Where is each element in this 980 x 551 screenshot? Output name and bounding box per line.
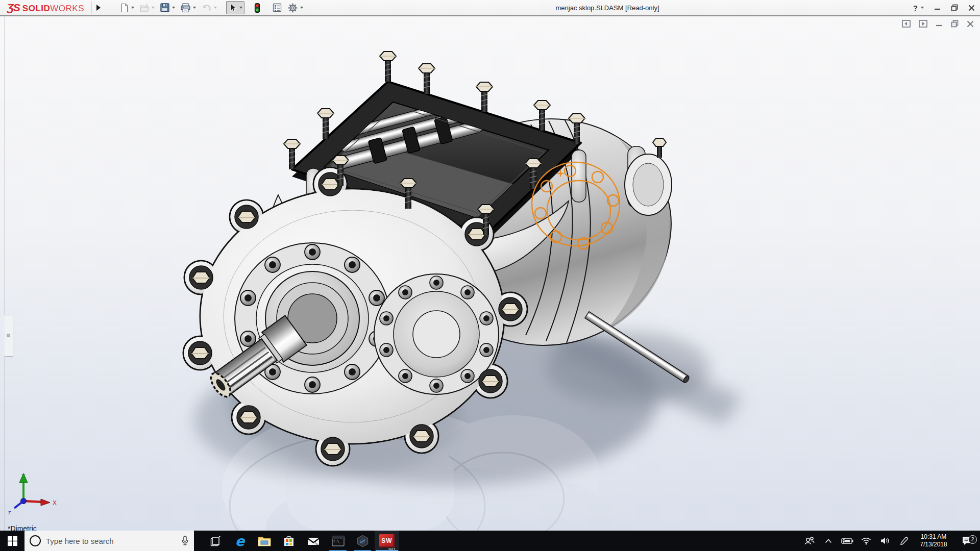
dock-pane-left-button[interactable]: [902, 20, 911, 28]
restore-icon: [951, 4, 958, 11]
cortana-icon[interactable]: [30, 535, 41, 546]
people-icon[interactable]: [802, 531, 817, 551]
tray-overflow-chevron-icon[interactable]: [821, 531, 836, 551]
open-folder-icon: [139, 3, 150, 13]
windows-logo-icon: [8, 536, 17, 546]
triad-y-label: Y: [21, 473, 26, 480]
cursor-arrow-icon: [228, 3, 237, 13]
windows-taskbar: e: [0, 531, 980, 551]
cmd-prompt-text: C:\_: [333, 539, 341, 543]
doc-minimize-icon: [936, 20, 943, 28]
new-document-button[interactable]: [117, 1, 136, 14]
printer-icon: [180, 3, 191, 13]
file-explorer-button[interactable]: [252, 531, 277, 551]
title-bar: ƷS SOLID WORKS: [0, 0, 980, 16]
doc-restore-button[interactable]: [951, 20, 959, 28]
undo-arrow-icon: [201, 3, 212, 13]
dock-pane-left-icon: [902, 20, 911, 28]
select-tool-button[interactable]: [226, 1, 244, 14]
mail-button[interactable]: [301, 531, 326, 551]
logo-text-works: WORKS: [50, 4, 84, 14]
doc-restore-icon: [951, 20, 959, 28]
model-canvas[interactable]: [0, 16, 980, 531]
start-button[interactable]: [0, 531, 24, 551]
properties-list-icon: [272, 3, 282, 13]
minimize-icon: [934, 5, 941, 11]
taskbar-empty-space: [399, 531, 802, 551]
doc-minimize-button[interactable]: [936, 20, 943, 28]
edge-icon: e: [235, 534, 244, 548]
hexagon-app-icon: [356, 535, 369, 547]
microsoft-store-button[interactable]: [277, 531, 301, 551]
logo-text-solid: SOLID: [22, 4, 50, 14]
traffic-light-icon: [254, 3, 261, 13]
help-label: ?: [913, 4, 918, 12]
save-floppy-icon: [160, 3, 170, 13]
volume-icon[interactable]: [877, 531, 893, 551]
triad-x-label: X: [53, 499, 57, 507]
3ds-logo-mark: ƷS: [7, 2, 20, 14]
restore-button[interactable]: [951, 4, 958, 11]
close-icon: [968, 5, 975, 11]
solidworks-app-icon: SW 2017: [379, 534, 395, 547]
taskbar-search[interactable]: [24, 531, 194, 551]
minimize-button[interactable]: [934, 5, 941, 11]
taskbar-clock[interactable]: 10:31 AM 7/13/2018: [915, 533, 952, 548]
document-window-controls: [902, 20, 974, 28]
microphone-icon[interactable]: [181, 536, 189, 546]
feature-tree-splitter-line: [5, 16, 5, 531]
help-dropdown-caret[interactable]: [921, 7, 924, 9]
notification-badge: 2: [968, 535, 977, 544]
battery-icon[interactable]: [840, 531, 855, 551]
dropdown-caret[interactable]: [172, 7, 175, 9]
clock-date: 7/13/2018: [920, 541, 947, 548]
search-input[interactable]: [46, 537, 176, 545]
doc-close-icon: [967, 20, 974, 28]
file-explorer-icon: [258, 536, 271, 546]
wifi-icon[interactable]: [859, 531, 874, 551]
triad-z-label: z: [8, 509, 11, 515]
splitter-grip-dot: [7, 334, 10, 337]
close-button[interactable]: [968, 5, 975, 11]
command-prompt-button[interactable]: C:\_: [326, 531, 350, 551]
feature-tree-splitter-handle[interactable]: [5, 315, 13, 357]
view-orientation-label: *Dimetric: [8, 524, 37, 531]
standard-toolbar: [117, 1, 305, 14]
sw-letters: SW: [381, 537, 392, 544]
solidworks-logo: ƷS SOLID WORKS: [0, 2, 89, 14]
save-button[interactable]: [158, 1, 177, 14]
solidworks-app-button[interactable]: SW 2017: [375, 531, 399, 551]
rebuild-button[interactable]: [252, 1, 263, 14]
dropdown-caret[interactable]: [300, 7, 303, 9]
new-document-icon: [119, 3, 129, 13]
open-document-button[interactable]: [137, 1, 157, 14]
file-properties-button[interactable]: [270, 1, 284, 14]
dropdown-caret[interactable]: [214, 7, 217, 9]
reference-triad: Y X z: [3, 469, 64, 516]
options-button[interactable]: [285, 1, 305, 14]
mail-icon: [307, 536, 320, 546]
task-view-button[interactable]: [203, 531, 228, 551]
dock-pane-right-icon: [919, 20, 927, 28]
store-icon: [283, 535, 295, 547]
dropdown-caret[interactable]: [131, 7, 134, 9]
hexagon-app-button[interactable]: [350, 531, 375, 551]
edge-browser-button[interactable]: e: [228, 531, 252, 551]
undo-button[interactable]: [199, 1, 219, 14]
help-button[interactable]: ?: [913, 4, 924, 12]
action-center-button[interactable]: 2: [955, 536, 978, 546]
system-tray: 10:31 AM 7/13/2018 2: [802, 531, 980, 551]
menu-flyout-button[interactable]: [94, 2, 103, 13]
dropdown-caret[interactable]: [152, 7, 155, 9]
doc-close-button[interactable]: [967, 20, 974, 28]
command-prompt-icon: C:\_: [332, 536, 345, 546]
dock-pane-right-button[interactable]: [919, 20, 927, 28]
dropdown-caret[interactable]: [239, 7, 242, 9]
clock-time: 10:31 AM: [921, 533, 947, 541]
window-controls: ?: [913, 0, 975, 15]
print-button[interactable]: [178, 1, 198, 14]
graphics-viewport: Y X z *Dimetric: [0, 16, 980, 531]
separator: [91, 2, 92, 14]
dropdown-caret[interactable]: [193, 7, 196, 9]
windows-ink-pen-icon[interactable]: [896, 531, 912, 551]
